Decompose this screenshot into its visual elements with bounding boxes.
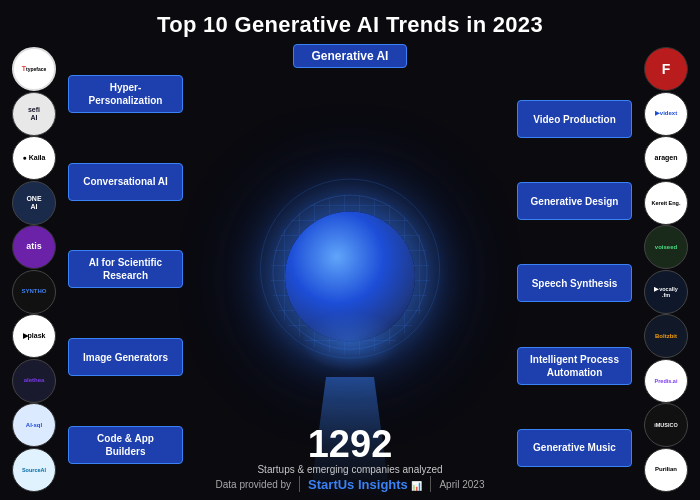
center-section: Generative AI 1292 Startups & emerging c… [183, 42, 517, 497]
logo-predis: Predis.ai [644, 359, 688, 403]
count-label: Startups & emerging companies analyzed [257, 463, 442, 477]
trend-video-production: Video Production [517, 100, 632, 138]
trend-hyper-personalization: Hyper-Personalization [68, 75, 183, 113]
logo-kaila: ● Kaila [12, 136, 56, 180]
trend-generative-music: Generative Music [517, 429, 632, 467]
logo-kereit: Kereit Eng. [644, 181, 688, 225]
trend-conversational-ai: Conversational AI [68, 163, 183, 201]
trend-speech-synthesis: Speech Synthesis [517, 264, 632, 302]
logo-vidext: ▶vidext [644, 92, 688, 136]
footer-divider-right [430, 476, 431, 492]
footer-divider-left [299, 476, 300, 492]
left-logos-column: Ttypeface sefiAI ● Kaila ONEAI atis SYNT… [0, 42, 68, 497]
page-title: Top 10 Generative AI Trends in 2023 [0, 0, 700, 38]
generative-ai-badge: Generative AI [293, 44, 408, 68]
logo-boltzbit: Boltzbit [644, 314, 688, 358]
logo-syntho: SYNTHO [12, 270, 56, 314]
footer-chart-icon: 📊 [411, 481, 422, 491]
logo-imusico: iMUSICO [644, 403, 688, 447]
logo-voiseed: voiseed [644, 225, 688, 269]
logo-typeface: Ttypeface [12, 47, 56, 91]
right-logos-column: F ▶vidext aragen Kereit Eng. voiseed ▶vo… [632, 42, 700, 497]
center-orb [285, 211, 415, 341]
logo-ai2sql: AI·sql [12, 403, 56, 447]
logo-vocally: ▶vocally.fm [644, 270, 688, 314]
right-trends-column: Video Production Generative Design Speec… [517, 70, 632, 497]
logo-flawless: F [644, 47, 688, 91]
logo-atis: atis [12, 225, 56, 269]
trend-code-app-builders: Code & App Builders [68, 426, 183, 464]
logo-plask: ▶plask [12, 314, 56, 358]
trend-image-generators: Image Generators [68, 338, 183, 376]
logo-oneai: ONEAI [12, 181, 56, 225]
left-trends-column: Hyper-Personalization Conversational AI … [68, 42, 183, 497]
trend-ai-scientific-research: AI for Scientific Research [68, 250, 183, 288]
logo-aragen: aragen [644, 136, 688, 180]
footer-date: April 2023 [439, 479, 484, 490]
main-layout: Ttypeface sefiAI ● Kaila ONEAI atis SYNT… [0, 42, 700, 497]
logo-sefi: sefiAI [12, 92, 56, 136]
footer-provided-by: Data provided by [216, 479, 292, 490]
trend-generative-design: Generative Design [517, 182, 632, 220]
count-number: 1292 [257, 425, 442, 463]
trend-intelligent-process: Intelligent Process Automation [517, 347, 632, 385]
logo-alethea: alethea [12, 359, 56, 403]
count-area: 1292 Startups & emerging companies analy… [257, 425, 442, 477]
